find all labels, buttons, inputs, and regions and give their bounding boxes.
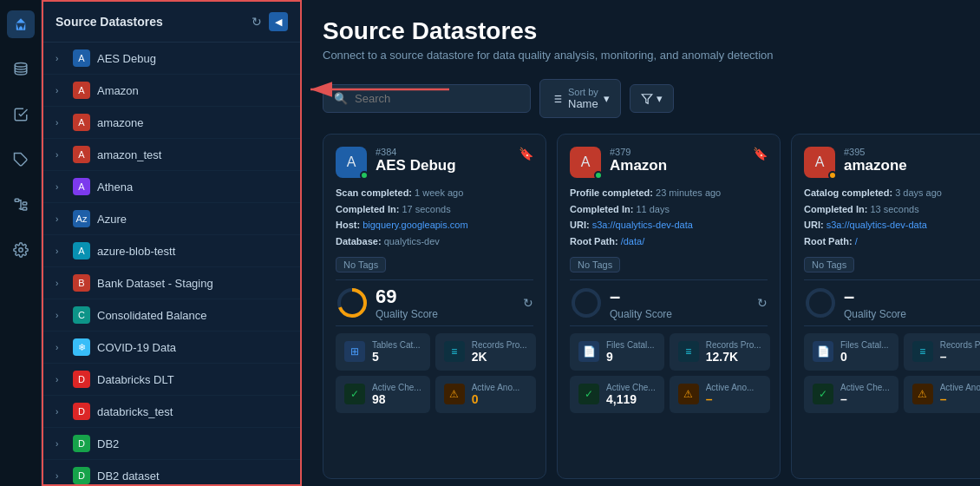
sidebar-chevron-icon: › bbox=[56, 375, 66, 384]
metric-label: Active Ano... bbox=[706, 383, 761, 392]
metric-value: 5 bbox=[372, 350, 421, 364]
card-title-wrap: #395 amazone bbox=[844, 147, 978, 174]
sidebar: Source Datastores ↻ ◀ › A AES Debug › A … bbox=[42, 0, 302, 486]
sidebar-chevron-icon: › bbox=[56, 407, 66, 417]
metric-info: Active Ano... – bbox=[940, 383, 980, 406]
nav-icon-checks[interactable] bbox=[7, 101, 35, 128]
quality-score-label: Quality Score bbox=[610, 308, 672, 320]
sidebar-item-covid19[interactable]: › ❄ COVID-19 Data bbox=[43, 332, 300, 364]
svg-marker-14 bbox=[642, 94, 652, 103]
sidebar-actions: ↻ ◀ bbox=[252, 12, 288, 31]
metric-value: – bbox=[940, 392, 980, 406]
sort-by-label: Sort by bbox=[568, 87, 598, 97]
metric-icon: ✓ bbox=[578, 384, 599, 404]
metric-info: Tables Cat... 5 bbox=[372, 340, 421, 364]
sidebar-list: › A AES Debug › A Amazon › A amazone › A… bbox=[43, 43, 300, 484]
sort-chevron-icon: ▾ bbox=[604, 92, 610, 105]
metric-label: Files Catal... bbox=[606, 340, 656, 350]
metric-label: Records Pro... bbox=[940, 340, 980, 350]
svg-point-5 bbox=[18, 248, 23, 253]
metric-icon: ≡ bbox=[678, 341, 699, 362]
sidebar-chevron-icon: › bbox=[56, 246, 66, 256]
metric-value: – bbox=[840, 392, 890, 406]
metric-label: Records Pro... bbox=[472, 340, 527, 350]
nav-icon-datastores[interactable] bbox=[7, 56, 35, 83]
quality-text-wrap: – Quality Score bbox=[610, 286, 672, 320]
sidebar-title: Source Datastores bbox=[56, 15, 163, 29]
refresh-button[interactable]: ↻ bbox=[252, 15, 262, 29]
metric-label: Active Che... bbox=[840, 383, 890, 392]
sidebar-item-db2-dataset[interactable]: › D DB2 dataset bbox=[43, 460, 300, 484]
metric-icon: ⊞ bbox=[344, 341, 365, 362]
metric-value: – bbox=[940, 350, 980, 364]
metrics-grid: 📄 Files Catal... 9 ≡ Records Pro... 12.7… bbox=[570, 333, 768, 413]
metric-value: 9 bbox=[606, 350, 656, 364]
sidebar-item-icon: D bbox=[73, 435, 90, 452]
metric-icon: ✓ bbox=[813, 384, 833, 404]
sidebar-item-label: DB2 bbox=[97, 437, 119, 450]
sidebar-item-databricks-dlt[interactable]: › D Databricks DLT bbox=[43, 364, 300, 396]
refresh-quality-icon[interactable]: ↻ bbox=[523, 296, 533, 310]
sidebar-chevron-icon: › bbox=[56, 150, 66, 160]
metric-tile: ≡ Records Pro... – bbox=[904, 333, 980, 371]
sidebar-item-label: Athena bbox=[97, 181, 133, 194]
metric-value: 2K bbox=[472, 350, 527, 364]
sidebar-item-consolidated[interactable]: › C Consolidated Balance bbox=[43, 299, 300, 332]
filter-button[interactable]: ▾ bbox=[630, 84, 674, 113]
sidebar-item-icon: C bbox=[73, 306, 90, 324]
metric-info: Active Ano... – bbox=[706, 383, 761, 406]
nav-icon-settings[interactable] bbox=[7, 236, 35, 264]
metric-info: Records Pro... 12.7K bbox=[706, 340, 761, 364]
collapse-button[interactable]: ◀ bbox=[269, 12, 288, 31]
sidebar-item-athena[interactable]: › A Athena bbox=[43, 171, 300, 203]
refresh-quality-icon[interactable]: ↻ bbox=[757, 296, 768, 310]
quality-row: 69 Quality Score ↻ bbox=[336, 279, 533, 326]
card-number: #379 bbox=[610, 147, 744, 157]
sidebar-item-label: AES Debug bbox=[97, 52, 156, 65]
sidebar-item-azure-blob[interactable]: › A azure-blob-testt bbox=[43, 235, 300, 267]
search-box[interactable]: 🔍 bbox=[323, 84, 531, 113]
card-header: A #395 amazone 🔖 bbox=[804, 147, 980, 178]
sidebar-header: Source Datastores ↻ ◀ bbox=[43, 2, 300, 43]
filter-chevron-icon: ▾ bbox=[657, 92, 663, 105]
metric-label: Files Catal... bbox=[840, 340, 890, 350]
metric-info: Records Pro... – bbox=[940, 340, 980, 364]
sidebar-item-label: Consolidated Balance bbox=[97, 309, 206, 322]
sidebar-item-databricks-test[interactable]: › D databricks_test bbox=[43, 396, 300, 428]
page-title: Source Datastores bbox=[323, 17, 959, 45]
sidebar-item-amazon[interactable]: › A Amazon bbox=[43, 75, 300, 107]
quality-circle bbox=[336, 286, 369, 319]
svg-rect-2 bbox=[15, 199, 19, 201]
metric-info: Active Che... – bbox=[840, 383, 890, 406]
svg-point-0 bbox=[15, 63, 27, 68]
metric-label: Active Ano... bbox=[940, 383, 980, 392]
nav-icon-hierarchy[interactable] bbox=[7, 191, 35, 219]
bookmark-icon[interactable]: 🔖 bbox=[519, 147, 533, 161]
metric-icon: ⚠ bbox=[678, 384, 699, 404]
metric-info: Active Che... 4,119 bbox=[606, 383, 656, 406]
nav-icon-home[interactable] bbox=[7, 10, 35, 38]
card-info: Catalog completed: 3 days agoCompleted I… bbox=[804, 185, 980, 250]
sort-button[interactable]: Sort by Name ▾ bbox=[539, 79, 621, 118]
metric-tile: ≡ Records Pro... 2K bbox=[435, 333, 536, 371]
sidebar-item-amazon-test[interactable]: › A amazon_test bbox=[43, 139, 300, 171]
quality-circle bbox=[570, 286, 603, 319]
metric-info: Active Che... 98 bbox=[372, 383, 421, 406]
sidebar-item-db2[interactable]: › D DB2 bbox=[43, 428, 300, 460]
sidebar-item-bank-dataset[interactable]: › B Bank Dataset - Staging bbox=[43, 267, 300, 299]
card-icon-wrap: A bbox=[570, 147, 601, 178]
nav-icon-tags[interactable] bbox=[7, 146, 35, 174]
sidebar-item-aes-debug[interactable]: › A AES Debug bbox=[43, 43, 300, 75]
sidebar-item-amazone[interactable]: › A amazone bbox=[43, 107, 300, 139]
search-icon: 🔍 bbox=[334, 92, 348, 105]
card-name: Amazon bbox=[610, 157, 744, 174]
card-header: A #384 AES Debug 🔖 bbox=[336, 147, 533, 178]
card-name: amazone bbox=[844, 157, 978, 174]
bookmark-icon[interactable]: 🔖 bbox=[753, 147, 768, 161]
card-icon-wrap: A bbox=[804, 147, 835, 178]
sidebar-item-azure[interactable]: › Az Azure bbox=[43, 203, 300, 235]
sidebar-item-icon: A bbox=[73, 82, 90, 99]
sidebar-item-icon: ❄ bbox=[73, 338, 90, 356]
metric-value: 98 bbox=[372, 392, 421, 406]
search-input[interactable] bbox=[355, 92, 519, 105]
